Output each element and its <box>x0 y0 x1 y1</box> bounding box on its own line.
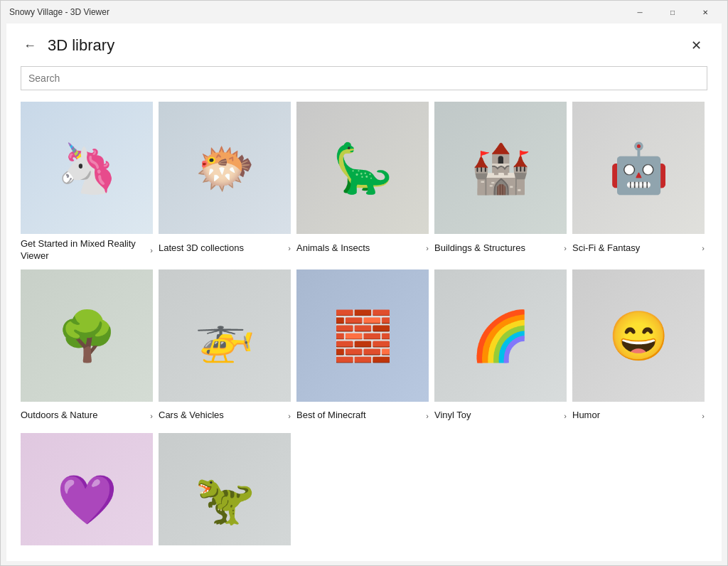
item-label-outdoors: Outdoors & Nature <box>21 410 147 422</box>
item-chevron-humor: › <box>702 412 705 420</box>
item-icon-animals: 🦕 <box>333 144 393 192</box>
item-thumbnail-buildings: 🏰 <box>434 102 567 234</box>
maximize-button[interactable]: □ <box>656 1 689 23</box>
item-icon-buildings: 🏰 <box>471 144 531 192</box>
grid-item-scifi[interactable]: 🤖 Sci-Fi & Fantasy › <box>572 102 705 264</box>
grid-item-latest-3d[interactable]: 🐡 Latest 3D collections › <box>159 102 291 264</box>
dialog-close-button[interactable]: ✕ <box>685 35 707 56</box>
header: ← 3D library ✕ <box>21 35 707 56</box>
item-chevron-animals: › <box>426 244 429 252</box>
item-icon-trex2: 🦖 <box>195 475 255 523</box>
item-icon-get-started: 🦄 <box>57 144 117 192</box>
page-title: 3D library <box>48 36 114 55</box>
grid-item-outdoors[interactable]: 🌳 Outdoors & Nature › <box>21 269 153 427</box>
grid-item-squish[interactable]: 💜 Squish › <box>21 433 153 545</box>
item-chevron-vinyl-toy: › <box>564 412 567 420</box>
item-icon-squish: 💜 <box>57 475 117 523</box>
item-label-row-animals: Animals & Insects › <box>296 234 429 260</box>
item-thumbnail-outdoors: 🌳 <box>21 269 153 402</box>
item-chevron-latest-3d: › <box>288 244 291 252</box>
item-thumbnail-squish: 💜 <box>21 433 153 545</box>
item-thumbnail-minecraft: 🧱 <box>296 269 429 402</box>
grid-item-vinyl-toy[interactable]: 🌈 Vinyl Toy › <box>434 269 567 427</box>
titlebar-title: Snowy Village - 3D Viewer <box>6 7 109 17</box>
item-label-latest-3d: Latest 3D collections <box>159 242 285 255</box>
item-label-row-get-started: Get Started in Mixed Reality Viewer › <box>21 234 153 264</box>
item-label-row-latest-3d: Latest 3D collections › <box>159 234 291 260</box>
grid-item-trex2[interactable]: 🦖 T-Rex › <box>159 433 291 545</box>
search-bar <box>21 66 707 90</box>
item-label-row-outdoors: Outdoors & Nature › <box>21 402 153 427</box>
item-icon-cars: 🚁 <box>195 311 255 360</box>
item-label-animals: Animals & Insects <box>296 242 423 255</box>
item-label-row-buildings: Buildings & Structures › <box>434 234 567 260</box>
item-chevron-buildings: › <box>564 244 567 252</box>
item-chevron-scifi: › <box>702 244 705 252</box>
item-icon-scifi: 🤖 <box>609 144 669 192</box>
item-thumbnail-animals: 🦕 <box>296 102 429 234</box>
item-icon-outdoors: 🌳 <box>57 311 117 360</box>
item-chevron-minecraft: › <box>426 412 429 420</box>
item-label-minecraft: Best of Minecraft <box>296 410 423 422</box>
item-icon-vinyl-toy: 🌈 <box>471 311 531 360</box>
grid-item-humor[interactable]: 😄 Humor › <box>572 269 705 427</box>
back-button[interactable]: ← <box>21 36 39 56</box>
item-chevron-get-started: › <box>150 246 153 255</box>
item-label-row-cars: Cars & Vehicles › <box>159 402 291 427</box>
item-label-cars: Cars & Vehicles <box>159 410 285 422</box>
grid-item-minecraft[interactable]: 🧱 Best of Minecraft › <box>296 269 429 427</box>
minimize-button[interactable]: ─ <box>623 1 656 23</box>
item-label-row-humor: Humor › <box>572 402 705 427</box>
item-thumbnail-get-started: 🦄 <box>21 102 153 234</box>
search-input[interactable] <box>21 66 707 90</box>
main-panel: ← 3D library ✕ 🦄 Get Started in Mixed Re… <box>6 23 722 561</box>
item-label-row-vinyl-toy: Vinyl Toy › <box>434 402 567 427</box>
item-label-buildings: Buildings & Structures <box>434 242 561 255</box>
item-label-get-started: Get Started in Mixed Reality Viewer <box>21 238 147 262</box>
item-thumbnail-trex2: 🦖 <box>159 433 291 545</box>
item-chevron-outdoors: › <box>150 412 153 420</box>
item-label-row-minecraft: Best of Minecraft › <box>296 402 429 427</box>
item-chevron-cars: › <box>288 412 291 420</box>
item-thumbnail-scifi: 🤖 <box>572 102 705 234</box>
window-close-button[interactable]: ✕ <box>689 1 722 23</box>
item-thumbnail-latest-3d: 🐡 <box>159 102 291 234</box>
item-thumbnail-cars: 🚁 <box>159 269 291 402</box>
item-label-scifi: Sci-Fi & Fantasy <box>572 242 699 255</box>
titlebar-controls: ─ □ ✕ <box>623 1 722 23</box>
item-icon-minecraft: 🧱 <box>333 311 393 360</box>
item-thumbnail-vinyl-toy: 🌈 <box>434 269 567 402</box>
grid-item-buildings[interactable]: 🏰 Buildings & Structures › <box>434 102 567 264</box>
item-label-humor: Humor <box>572 410 699 422</box>
item-label-vinyl-toy: Vinyl Toy <box>434 410 561 422</box>
item-icon-humor: 😄 <box>609 311 669 360</box>
titlebar: Snowy Village - 3D Viewer ─ □ ✕ <box>1 1 727 23</box>
header-left: ← 3D library <box>21 36 114 56</box>
item-icon-latest-3d: 🐡 <box>195 144 255 192</box>
item-label-row-scifi: Sci-Fi & Fantasy › <box>572 234 705 260</box>
item-thumbnail-humor: 😄 <box>572 269 705 402</box>
grid-item-animals[interactable]: 🦕 Animals & Insects › <box>296 102 429 264</box>
grid-item-get-started[interactable]: 🦄 Get Started in Mixed Reality Viewer › <box>21 102 153 264</box>
grid-container: 🦄 Get Started in Mixed Reality Viewer › … <box>21 102 707 545</box>
grid-item-cars[interactable]: 🚁 Cars & Vehicles › <box>159 269 291 427</box>
